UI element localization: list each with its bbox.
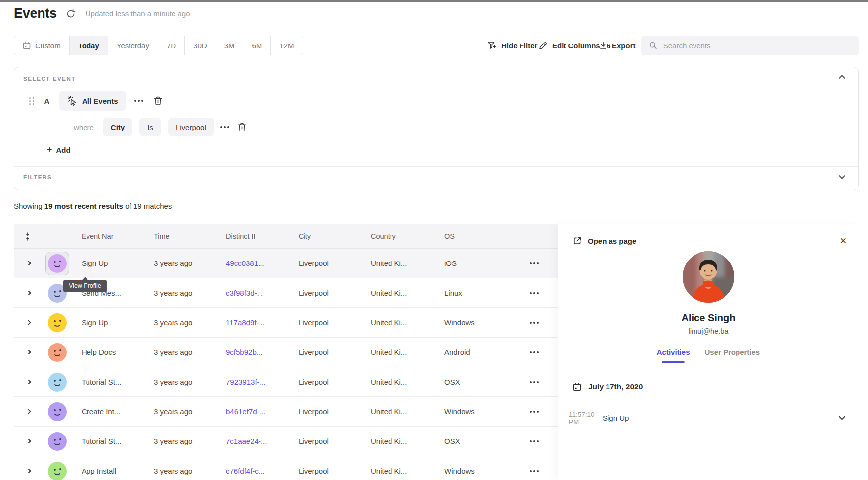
event-name-cell: Sign Up (73, 259, 145, 267)
tab-7d[interactable]: 7D (158, 36, 185, 55)
collapse-rows-icon[interactable] (14, 232, 42, 241)
avatar[interactable] (48, 343, 67, 362)
condition-more-button[interactable] (221, 122, 229, 132)
os-cell: OSX (436, 437, 511, 445)
tab-label: Custom (35, 42, 61, 50)
table-row[interactable]: Tutorial St... 3 years ago 7c1aae24-... … (14, 427, 558, 456)
city-cell: Liverpool (290, 259, 362, 267)
tab-today[interactable]: Today (70, 36, 108, 55)
distinct-id-link[interactable]: b461ef7d-... (226, 407, 265, 416)
ellipsis-icon (138, 100, 140, 102)
avatar[interactable] (48, 373, 67, 392)
refresh-button[interactable] (66, 8, 77, 19)
expand-filters-button[interactable] (837, 170, 847, 183)
avatar[interactable] (48, 313, 67, 332)
operator-chip[interactable]: Is (139, 118, 161, 136)
distinct-id-link[interactable]: 9cf5b92b... (226, 348, 262, 356)
event-name-cell: Tutorial St... (73, 378, 145, 386)
chevron-right-icon (25, 469, 31, 473)
where-label: where (74, 123, 94, 131)
avatar[interactable] (48, 432, 67, 451)
table-row[interactable]: Sign Up 3 years ago 49cc0381... Liverpoo… (14, 249, 558, 278)
os-cell: OSX (436, 378, 511, 386)
event-step-row: A All Events (29, 91, 164, 111)
row-more-button[interactable] (530, 318, 538, 328)
table-header-row: Event Nar Time Distinct II City Country … (14, 224, 558, 249)
header-country[interactable]: Country (362, 232, 436, 240)
table-row[interactable]: Create Int... 3 years ago b461ef7d-... L… (14, 397, 558, 427)
row-more-button[interactable] (530, 348, 538, 357)
row-more-button[interactable] (530, 377, 538, 387)
tab-label: Today (78, 42, 99, 50)
distinct-id-link[interactable]: c76fdf4f-c... (226, 467, 264, 475)
country-cell: United Ki... (362, 467, 436, 475)
event-selector-button[interactable]: All Events (59, 91, 126, 111)
trash-icon (238, 123, 246, 131)
face-icon (48, 254, 67, 273)
distinct-id-link[interactable]: 49cc0381... (226, 259, 264, 267)
avatar-box (45, 252, 69, 275)
search-events-input[interactable] (663, 42, 851, 50)
close-panel-button[interactable]: ✕ (840, 237, 847, 245)
distinct-id-link[interactable]: 117a8d9f-... (226, 318, 265, 327)
tab-30d[interactable]: 30D (185, 36, 216, 55)
header-distinct-id[interactable]: Distinct II (217, 232, 290, 240)
tabs-divider (558, 363, 859, 363)
row-more-button[interactable] (530, 407, 538, 417)
activity-date: July 17th, 2020 (588, 382, 643, 391)
tab-custom[interactable]: Custom (14, 36, 70, 55)
expand-row-button[interactable] (14, 320, 42, 325)
time-cell: 3 years ago (145, 378, 217, 386)
collapse-section-button[interactable] (837, 71, 847, 85)
expand-row-button[interactable] (14, 469, 42, 473)
drag-handle-icon[interactable] (29, 97, 35, 105)
table-row[interactable]: App Install 3 years ago c76fdf4f-c... Li… (14, 456, 558, 480)
distinct-id-link[interactable]: 7923913f-... (226, 378, 265, 386)
expand-row-button[interactable] (14, 409, 42, 414)
expand-row-button[interactable] (14, 350, 42, 354)
event-more-button[interactable] (135, 96, 143, 106)
avatar[interactable] (48, 402, 67, 421)
tab-3m[interactable]: 3M (216, 36, 244, 55)
table-row[interactable]: Sign Up 3 years ago 117a8d9f-... Liverpo… (14, 308, 558, 338)
header-os[interactable]: OS (436, 232, 511, 240)
avatar[interactable] (48, 462, 67, 480)
expand-row-button[interactable] (14, 291, 42, 295)
view-profile-tooltip: View Profile (63, 280, 107, 292)
expand-row-button[interactable] (14, 439, 42, 443)
header-event-name[interactable]: Event Nar (73, 232, 145, 240)
header-time[interactable]: Time (145, 232, 217, 240)
property-chip[interactable]: City (103, 118, 132, 136)
tab-user-properties[interactable]: User Properties (704, 348, 760, 363)
tab-6m[interactable]: 6M (243, 36, 271, 55)
row-more-button[interactable] (530, 259, 538, 268)
row-more-button[interactable] (530, 466, 538, 476)
hide-filter-button[interactable]: Hide Filter (487, 36, 537, 55)
city-cell: Liverpool (290, 467, 362, 475)
row-more-button[interactable] (530, 288, 538, 298)
export-button[interactable]: Export (599, 36, 636, 55)
tab-yesterday[interactable]: Yesterday (108, 36, 158, 55)
expand-row-button[interactable] (14, 380, 42, 384)
activity-event-dropdown[interactable]: Sign Up (603, 404, 850, 432)
last-updated-text: Updated less than a minute ago (86, 9, 190, 18)
table-row[interactable]: Tutorial St... 3 years ago 7923913f-... … (14, 367, 558, 397)
add-event-button[interactable]: + Add (47, 145, 71, 154)
row-more-button[interactable] (530, 436, 538, 446)
avatar[interactable] (48, 254, 67, 273)
distinct-id-link[interactable]: c3f98f3d-... (226, 289, 263, 297)
open-as-page-button[interactable]: Open as page (573, 236, 636, 245)
expand-row-button[interactable] (14, 261, 42, 265)
time-cell: 3 years ago (145, 407, 217, 416)
event-delete-button[interactable] (152, 94, 164, 107)
tab-12m[interactable]: 12M (271, 36, 302, 55)
condition-delete-button[interactable] (236, 121, 248, 133)
table-row[interactable]: Help Docs 3 years ago 9cf5b92b... Liverp… (14, 338, 558, 367)
tab-activities[interactable]: Activities (657, 348, 690, 363)
os-cell: iOS (436, 259, 511, 267)
os-cell: Windows (436, 407, 511, 416)
header-city[interactable]: City (290, 232, 362, 240)
value-chip[interactable]: Liverpool (168, 118, 214, 136)
face-icon (48, 462, 67, 480)
distinct-id-link[interactable]: 7c1aae24-... (226, 437, 267, 445)
